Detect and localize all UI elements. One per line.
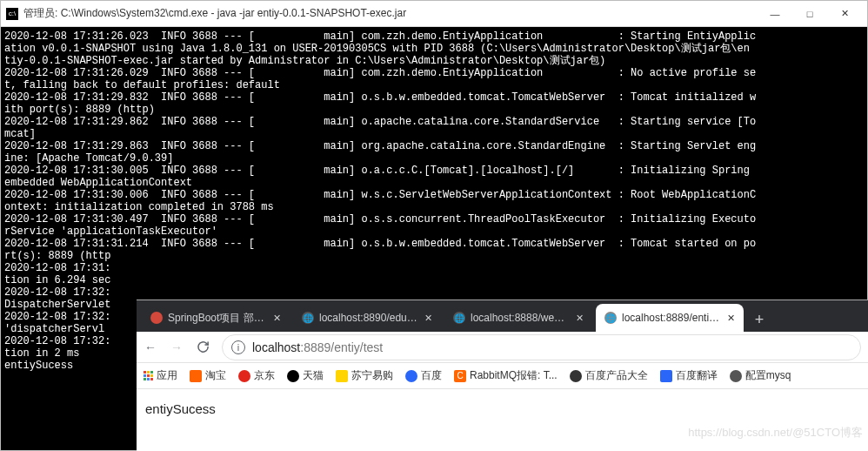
tab-label: localhost:8889/entiy/te	[622, 312, 720, 324]
bookmark-icon	[190, 370, 202, 382]
bookmark-label: 淘宝	[205, 368, 226, 383]
bookmark-label: 配置mysq	[745, 368, 791, 383]
tab-close-icon[interactable]: ✕	[273, 313, 281, 324]
bookmark-label: 天猫	[303, 368, 324, 383]
bookmark-icon	[238, 370, 250, 382]
chrome-window: SpringBoot项目 部署到 ✕ 🌐 localhost:8890/eduS…	[137, 300, 868, 451]
tab-close-icon[interactable]: ✕	[576, 313, 584, 324]
bookmark-label: 百度翻译	[676, 368, 718, 383]
tab-8888[interactable]: 🌐 localhost:8888/web/te ✕	[444, 304, 592, 332]
bookmark-icon: C	[454, 370, 466, 382]
bookmark-label: 百度产品大全	[585, 368, 648, 383]
bookmark-baidu[interactable]: 百度	[405, 368, 442, 383]
tab-8890[interactable]: 🌐 localhost:8890/eduServ ✕	[293, 304, 441, 332]
bookmarks-bar: 应用 淘宝 京东 天猫 苏宁易购 百度 CRabbitMQ报错: T... 百度…	[137, 363, 868, 389]
window-buttons: — □ ✕	[758, 1, 862, 27]
tab-label: SpringBoot项目 部署到	[168, 311, 266, 326]
tab-springboot[interactable]: SpringBoot项目 部署到 ✕	[142, 304, 290, 332]
back-button[interactable]: ←	[144, 340, 157, 354]
bookmark-tmall[interactable]: 天猫	[287, 368, 324, 383]
globe-icon: 🌐	[453, 312, 465, 324]
bookmark-label: 苏宁易购	[351, 368, 393, 383]
bookmark-baidu-products[interactable]: 百度产品大全	[570, 368, 648, 383]
chrome-tabstrip: SpringBoot项目 部署到 ✕ 🌐 localhost:8890/eduS…	[137, 300, 868, 332]
url-text: localhost:8889/entiy/test	[252, 340, 383, 354]
bookmark-icon	[405, 370, 417, 382]
tab-close-icon[interactable]: ✕	[727, 313, 735, 324]
cmd-title: 管理员: C:\Windows\System32\cmd.exe - java …	[23, 6, 758, 21]
minimize-button[interactable]: —	[758, 1, 792, 27]
bookmark-icon	[570, 370, 582, 382]
close-button[interactable]: ✕	[827, 1, 862, 27]
cmd-titlebar[interactable]: c:\ 管理员: C:\Windows\System32\cmd.exe - j…	[1, 1, 867, 27]
bookmark-icon	[730, 370, 742, 382]
bookmark-label: 京东	[254, 368, 275, 383]
address-bar[interactable]: i localhost:8889/entiy/test	[222, 334, 861, 360]
new-tab-button[interactable]: +	[747, 307, 771, 332]
forward-button[interactable]: →	[170, 340, 184, 354]
bookmark-suning[interactable]: 苏宁易购	[336, 368, 393, 383]
bookmark-jd[interactable]: 京东	[238, 368, 275, 383]
favicon-icon	[150, 312, 163, 324]
bookmark-baidu-fanyi[interactable]: 百度翻译	[660, 368, 718, 383]
bookmark-label: RabbitMQ报错: T...	[470, 368, 558, 383]
bookmark-icon	[287, 370, 299, 382]
site-info-icon[interactable]: i	[231, 340, 245, 354]
apps-button[interactable]: 应用	[144, 368, 177, 383]
tab-close-icon[interactable]: ✕	[424, 313, 432, 324]
bookmark-icon	[336, 370, 348, 382]
bookmark-label: 百度	[421, 368, 442, 383]
page-content: entiySucess	[137, 389, 868, 428]
watermark: https://blog.csdn.net/@51CTO博客	[688, 425, 863, 441]
bookmark-label: 应用	[157, 368, 177, 383]
bookmark-rabbitmq[interactable]: CRabbitMQ报错: T...	[454, 368, 558, 383]
chrome-toolbar: ← → i localhost:8889/entiy/test	[137, 332, 868, 363]
bookmark-mysql[interactable]: 配置mysq	[730, 368, 791, 383]
reload-button[interactable]	[196, 340, 210, 354]
maximize-button[interactable]: □	[792, 1, 827, 27]
tab-label: localhost:8890/eduServ	[319, 312, 417, 324]
tab-8889-active[interactable]: 🌐 localhost:8889/entiy/te ✕	[596, 304, 744, 332]
bookmark-icon	[660, 370, 672, 382]
globe-icon: 🌐	[604, 312, 617, 324]
globe-icon: 🌐	[302, 312, 314, 324]
cmd-icon: c:\	[6, 8, 18, 20]
apps-icon	[144, 371, 153, 380]
bookmark-taobao[interactable]: 淘宝	[190, 368, 226, 383]
tab-label: localhost:8888/web/te	[471, 312, 569, 324]
